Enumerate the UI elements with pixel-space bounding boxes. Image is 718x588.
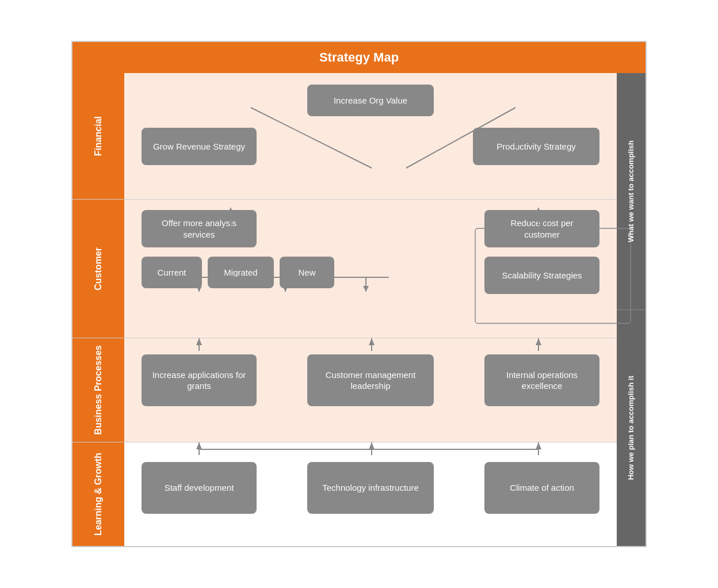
customer-label: Customer: [93, 247, 105, 291]
svg-marker-23: [369, 338, 375, 345]
right-label-bottom-text: How we plan to accomplish it: [627, 376, 636, 480]
business-content: Increase applications for grants Custome…: [124, 338, 617, 442]
svg-marker-25: [536, 338, 541, 345]
increase-org-value-box: Increase Org Value: [307, 85, 434, 116]
scalability-box: Scalability Strategies: [484, 257, 599, 294]
migrated-box: Migrated: [208, 257, 274, 288]
business-label: Business Processes: [93, 345, 105, 435]
svg-marker-29: [369, 442, 375, 449]
climate-box: Climate of action: [484, 462, 599, 514]
title-bar: Strategy Map: [72, 42, 646, 73]
financial-top-row: Increase Org Value: [142, 85, 599, 116]
business-boxes-row: Increase applications for grants Custome…: [142, 354, 599, 406]
offer-analysis-box: Offer more analysis services: [142, 210, 257, 247]
customer-top-row: Offer more analysis services Reduce cost…: [142, 210, 599, 247]
financial-label: Financial: [93, 116, 105, 156]
customer-label-col: Customer: [72, 200, 124, 338]
customer-management-box: Customer management leadership: [307, 354, 434, 406]
technology-box: Technology infrastructure: [307, 462, 434, 514]
customer-content: Offer more analysis services Reduce cost…: [124, 200, 617, 338]
financial-content: Increase Org Value Grow Revenue Strategy…: [124, 73, 617, 199]
productivity-strategy-box: Productivity Strategy: [473, 128, 599, 165]
learning-row: Learning & Growth: [72, 442, 617, 546]
financial-row: Financial: [72, 73, 617, 200]
business-row: Business Processes I: [72, 338, 617, 442]
learning-boxes-row: Staff development Technology infrastruct…: [142, 462, 599, 514]
svg-marker-21: [196, 338, 202, 345]
internal-operations-box: Internal operations excellence: [484, 354, 599, 406]
right-labels: What we want to accomplish How we plan t…: [617, 73, 646, 546]
customer-row: Customer: [72, 200, 617, 338]
financial-label-col: Financial: [72, 73, 124, 199]
business-label-col: Business Processes: [72, 338, 124, 442]
reduce-cost-box: Reduce cost per customer: [484, 210, 599, 247]
staff-box: Staff development: [142, 462, 257, 514]
main-content: Financial: [72, 73, 646, 546]
right-label-top-text: What we want to accomplish: [627, 140, 636, 242]
new-box: New: [280, 257, 334, 288]
learning-label-col: Learning & Growth: [72, 442, 124, 546]
right-label-top: What we want to accomplish: [617, 73, 646, 310]
strategy-map-container: Strategy Map Financial: [71, 41, 647, 547]
page-title: Strategy Map: [319, 50, 399, 64]
learning-label: Learning & Growth: [93, 453, 105, 536]
financial-bottom-row: Grow Revenue Strategy Productivity Strat…: [142, 128, 599, 165]
grow-revenue-box: Grow Revenue Strategy: [142, 128, 257, 165]
right-label-bottom: How we plan to accomplish it: [617, 310, 646, 547]
svg-marker-31: [536, 442, 541, 449]
rows-container: Financial: [72, 73, 617, 546]
grants-box: Increase applications for grants: [142, 354, 257, 406]
customer-bottom-row: Current Migrated New Scalability Strateg…: [142, 257, 599, 294]
svg-marker-27: [196, 442, 202, 449]
customer-sub-boxes: Current Migrated New: [142, 257, 334, 288]
learning-content: Staff development Technology infrastruct…: [124, 442, 617, 546]
current-box: Current: [142, 257, 202, 288]
